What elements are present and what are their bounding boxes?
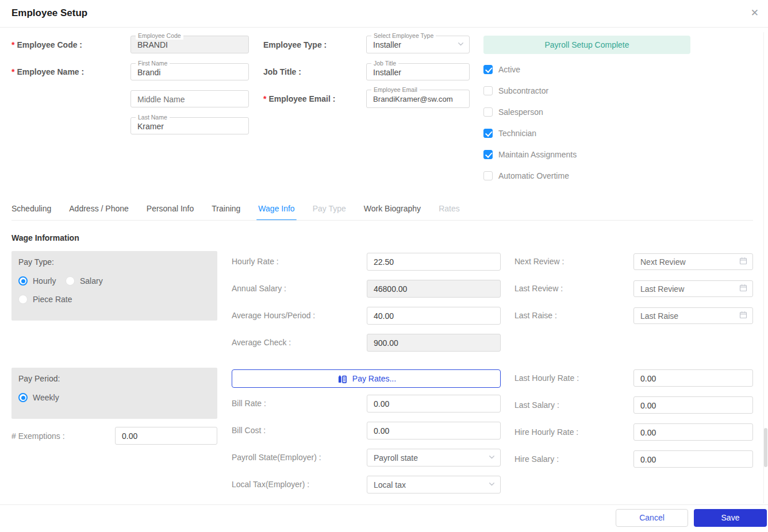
chevron-down-icon bbox=[457, 40, 464, 50]
pay-rates-button[interactable]: Pay Rates... bbox=[232, 369, 501, 388]
required-mark: * bbox=[263, 94, 266, 103]
employee-code-input[interactable]: Employee Code BRANDI bbox=[130, 36, 249, 53]
radio-salary[interactable]: Salary bbox=[66, 276, 103, 286]
hire-hourly-rate-value: 0.00 bbox=[634, 424, 752, 437]
last-review-placeholder: Last Review bbox=[634, 281, 752, 294]
calendar-icon bbox=[739, 257, 747, 267]
next-review-datepicker[interactable]: Next Review bbox=[633, 253, 753, 270]
pay-type-panel: Pay Type: Hourly Salary Piece Rate bbox=[11, 251, 217, 321]
first-name-input[interactable]: First Name Brandi bbox=[130, 63, 249, 80]
radio-piece-rate[interactable]: Piece Rate bbox=[18, 295, 72, 304]
radio-label: Weekly bbox=[33, 393, 59, 402]
tab-work-biography[interactable]: Work Biography bbox=[364, 204, 421, 221]
average-check-input: 900.00 bbox=[367, 334, 501, 352]
tab-personal-info[interactable]: Personal Info bbox=[147, 204, 194, 221]
annual-salary-value: 46800.00 bbox=[367, 280, 500, 294]
cancel-button[interactable]: Cancel bbox=[616, 509, 688, 527]
radio-circle bbox=[18, 276, 28, 286]
tabs-divider bbox=[11, 220, 753, 221]
pay-rates-button-label: Pay Rates... bbox=[352, 374, 396, 383]
radio-circle bbox=[18, 393, 28, 402]
bill-rate-input[interactable]: 0.00 bbox=[367, 395, 501, 413]
last-salary-label: Last Salary : bbox=[514, 400, 559, 410]
tab-address-phone[interactable]: Address / Phone bbox=[69, 204, 129, 221]
local-tax-select[interactable]: Local tax bbox=[367, 476, 501, 494]
last-hourly-rate-input[interactable]: 0.00 bbox=[633, 369, 753, 387]
checkbox-technician[interactable]: Technician bbox=[483, 128, 536, 138]
pay-period-panel: Pay Period: Weekly bbox=[11, 368, 217, 419]
close-icon[interactable]: ✕ bbox=[751, 7, 759, 19]
radio-label: Salary bbox=[80, 276, 103, 286]
hourly-rate-value: 22.50 bbox=[367, 253, 500, 267]
last-salary-input[interactable]: 0.00 bbox=[633, 396, 753, 414]
checkbox-box bbox=[483, 129, 493, 138]
last-name-input[interactable]: Last Name Kramer bbox=[130, 117, 249, 134]
employee-email-label: *Employee Email : bbox=[263, 94, 335, 103]
checkbox-label: Automatic Overtime bbox=[498, 171, 569, 180]
bill-cost-input[interactable]: 0.00 bbox=[367, 422, 501, 440]
scrollbar-thumb[interactable] bbox=[764, 428, 767, 467]
hire-salary-value: 0.00 bbox=[634, 451, 752, 464]
checkbox-label: Active bbox=[498, 65, 520, 74]
hire-salary-input[interactable]: 0.00 bbox=[633, 450, 753, 468]
middle-name-input[interactable]: Middle Name bbox=[130, 90, 249, 107]
radio-circle bbox=[18, 295, 28, 304]
checkbox-salesperson[interactable]: Salesperson bbox=[483, 107, 543, 117]
save-button[interactable]: Save bbox=[694, 509, 767, 527]
hire-hourly-rate-input[interactable]: 0.00 bbox=[633, 423, 753, 441]
payroll-state-select[interactable]: Payroll state bbox=[367, 449, 501, 467]
first-name-float-label: First Name bbox=[136, 59, 170, 67]
employee-email-input[interactable]: Employee Email BrandiKramer@sw.com bbox=[366, 90, 470, 108]
employee-code-float-label: Employee Code bbox=[136, 32, 183, 40]
tab-pay-type[interactable]: Pay Type bbox=[313, 204, 346, 221]
hire-hourly-rate-label: Hire Hourly Rate : bbox=[514, 427, 578, 437]
checkbox-box bbox=[483, 107, 493, 117]
bill-rate-label: Bill Rate : bbox=[232, 399, 266, 408]
average-check-value: 900.00 bbox=[367, 334, 500, 348]
employee-type-float-label: Select Employee Type bbox=[371, 32, 436, 40]
next-review-label: Next Review : bbox=[514, 257, 564, 266]
average-hours-input[interactable]: 40.00 bbox=[367, 307, 501, 325]
checkbox-box bbox=[483, 171, 493, 180]
hourly-rate-input[interactable]: 22.50 bbox=[367, 253, 501, 271]
employee-name-label: *Employee Name : bbox=[11, 67, 84, 76]
checkbox-box bbox=[483, 86, 493, 95]
tab-scheduling[interactable]: Scheduling bbox=[11, 204, 51, 221]
radio-weekly[interactable]: Weekly bbox=[18, 393, 59, 402]
radio-hourly[interactable]: Hourly bbox=[18, 276, 56, 286]
exemptions-input[interactable]: 0.00 bbox=[115, 427, 217, 445]
last-review-datepicker[interactable]: Last Review bbox=[633, 280, 753, 297]
last-salary-value: 0.00 bbox=[634, 397, 752, 410]
radio-circle bbox=[66, 276, 75, 286]
exemptions-value: 0.00 bbox=[116, 427, 217, 441]
employee-code-label: *Employee Code : bbox=[11, 40, 82, 49]
employee-type-select[interactable]: Select Employee Type Installer bbox=[366, 36, 470, 53]
radio-label: Piece Rate bbox=[33, 295, 72, 304]
employee-setup-dialog: Employee Setup ✕ *Employee Code : Employ… bbox=[0, 0, 768, 532]
bill-cost-value: 0.00 bbox=[367, 422, 500, 435]
checkbox-label: Subcontractor bbox=[498, 86, 548, 95]
checkbox-maintain-assignments[interactable]: Maintain Assignments bbox=[483, 149, 577, 159]
job-title-float-label: Job Title bbox=[371, 59, 398, 67]
bill-rate-value: 0.00 bbox=[367, 395, 500, 408]
tab-training[interactable]: Training bbox=[212, 204, 240, 221]
tab-rates[interactable]: Rates bbox=[439, 204, 460, 221]
last-raise-label: Last Raise : bbox=[514, 311, 557, 320]
last-hourly-rate-label: Last Hourly Rate : bbox=[514, 373, 579, 383]
radio-label: Hourly bbox=[33, 276, 56, 286]
last-hourly-rate-value: 0.00 bbox=[634, 370, 752, 383]
checkbox-active[interactable]: Active bbox=[483, 64, 520, 74]
last-raise-datepicker[interactable]: Last Raise bbox=[633, 307, 753, 324]
tab-wage-info[interactable]: Wage Info bbox=[258, 204, 294, 221]
annual-salary-label: Annual Salary : bbox=[232, 284, 286, 293]
checkbox-label: Maintain Assignments bbox=[498, 150, 577, 159]
last-review-label: Last Review : bbox=[514, 284, 563, 293]
checkbox-subcontractor[interactable]: Subcontractor bbox=[483, 86, 548, 95]
average-check-label: Average Check : bbox=[232, 338, 291, 347]
checkbox-automatic-overtime[interactable]: Automatic Overtime bbox=[483, 171, 569, 180]
payroll-setup-complete-button[interactable]: Payroll Setup Complete bbox=[483, 36, 690, 54]
section-title: Wage Information bbox=[11, 233, 79, 242]
last-raise-placeholder: Last Raise bbox=[634, 308, 752, 321]
money-rates-icon bbox=[336, 373, 347, 384]
job-title-input[interactable]: Job Title Installer bbox=[366, 63, 470, 80]
